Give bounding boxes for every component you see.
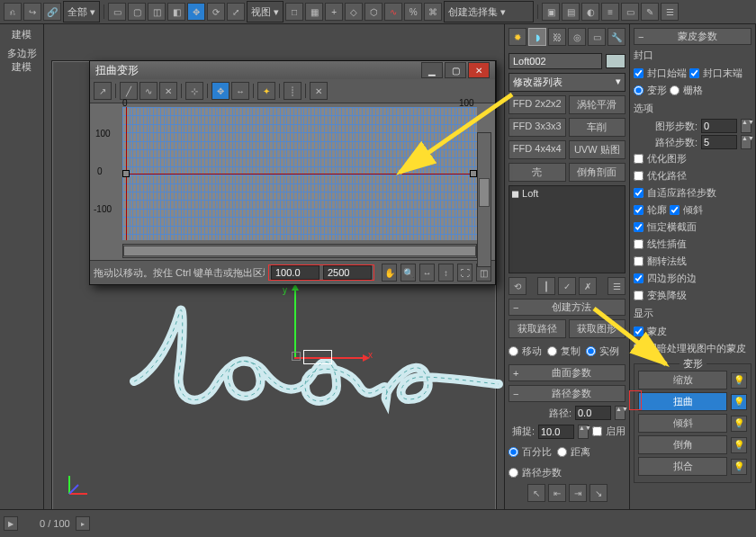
spinner-btns[interactable]: ▲▼ [578, 425, 589, 439]
tool-btn[interactable]: ✎ [641, 3, 659, 21]
opt-chk[interactable]: 线性插值 [634, 237, 752, 252]
skin-vp-chk[interactable]: 明暗处理视图中的蒙皮 [634, 341, 752, 356]
stack-btn[interactable]: ✓ [558, 277, 576, 295]
filter-dropdown[interactable]: 全部 ▾ [63, 1, 100, 22]
stack-btn[interactable]: ✗ [579, 277, 597, 295]
zoom-tool[interactable]: ✋ [382, 264, 397, 282]
teeter-deform-btn[interactable]: 倾斜 [638, 414, 727, 433]
path-tool[interactable]: ⇤ [548, 484, 566, 502]
teeter-bulb[interactable]: 💡 [731, 416, 747, 432]
close-button[interactable]: ✕ [468, 62, 490, 78]
tool-btn[interactable]: ⌘ [424, 3, 442, 21]
zoom-tool[interactable]: 🔍 [400, 264, 416, 282]
opt-chk[interactable]: 翻转法线 [634, 254, 752, 269]
skin-chk[interactable]: 蒙皮 [634, 324, 752, 339]
stack-btn[interactable]: ⟲ [508, 277, 526, 295]
mod-btn[interactable]: 倒角剖面 [569, 163, 626, 182]
graph-vscroll[interactable] [477, 132, 491, 267]
curve-tool[interactable]: ╱ [120, 82, 138, 100]
shape-steps-spinner[interactable]: 0 [701, 119, 737, 133]
object-color-swatch[interactable] [606, 54, 626, 68]
fit-deform-btn[interactable]: 拟合 [638, 457, 727, 476]
stack-btn[interactable]: ┃ [537, 277, 555, 295]
hierarchy-tab[interactable]: ⛓ [548, 28, 566, 46]
enable-chk[interactable]: 启用 [592, 424, 626, 439]
modifier-list-dropdown[interactable]: 修改器列表▾ [508, 73, 626, 92]
morph-radio[interactable]: 变形 [634, 83, 667, 98]
path-steps-spinner[interactable]: 5 [701, 135, 737, 149]
section-create[interactable]: −创建方法 [508, 299, 626, 316]
create-tab[interactable]: ✹ [508, 28, 526, 46]
mod-btn[interactable]: 车削 [569, 118, 626, 137]
opt-chk[interactable]: 轮廓 [634, 202, 667, 218]
tool-btn[interactable]: ◐ [581, 3, 599, 21]
section-surface[interactable]: +曲面参数 [508, 364, 626, 381]
zoom-tool[interactable]: ↕ [438, 264, 454, 282]
spinner-btns[interactable]: ▲▼ [741, 135, 752, 149]
mod-btn[interactable]: UVW 贴图 [569, 140, 626, 159]
modify-tab[interactable]: ◗ [528, 28, 546, 46]
maximize-button[interactable]: ▢ [445, 62, 466, 78]
radio-copy[interactable]: 复制 [547, 344, 580, 359]
gizmo-origin[interactable] [292, 352, 301, 361]
spinner-btns[interactable]: ▲▼ [615, 406, 626, 420]
opt-chk[interactable]: 变换降级 [634, 288, 752, 303]
twist-deform-btn[interactable]: 扭曲 [638, 392, 727, 411]
spinner-btns[interactable]: ▲▼ [741, 119, 752, 133]
object-name-field[interactable]: Loft002 [508, 53, 602, 69]
scale-tool[interactable]: ⤢ [227, 3, 245, 21]
value-field-2[interactable]: 2500 [323, 265, 372, 280]
scale-deform-btn[interactable]: 缩放 [638, 371, 727, 389]
path-spinner[interactable]: 0.0 [575, 406, 611, 420]
radio-distance[interactable]: 距离 [557, 444, 590, 460]
curve-tool[interactable]: ┊ [284, 82, 302, 100]
opt-chk[interactable]: 自适应路径步数 [634, 185, 752, 201]
path-tool[interactable]: ⇥ [569, 484, 587, 502]
curve-tool[interactable]: ✕ [159, 82, 177, 100]
tool-btn[interactable]: ▦ [305, 3, 323, 21]
curve-point-end[interactable] [470, 170, 477, 177]
mod-btn[interactable]: 涡轮平滑 [569, 95, 626, 114]
bevel-deform-btn[interactable]: 倒角 [638, 435, 727, 454]
tool-btn[interactable]: ≡ [601, 3, 619, 21]
tool-btn[interactable]: ◫ [148, 3, 166, 21]
section-skin[interactable]: −蒙皮参数 [634, 28, 752, 45]
rotate-tool[interactable]: ⟳ [207, 3, 225, 21]
tool-btn[interactable]: ◧ [167, 3, 185, 21]
opt-chk[interactable]: 倾斜 [670, 202, 703, 218]
tool-btn[interactable]: ⬡ [364, 3, 382, 21]
zoom-tool[interactable]: ↔ [419, 264, 435, 282]
path-tool[interactable]: ↘ [590, 484, 608, 502]
curve-tool[interactable]: ⊹ [185, 82, 203, 100]
delete-point-tool[interactable]: ✕ [310, 82, 328, 100]
mod-btn[interactable]: 壳 [508, 163, 566, 182]
path-tool[interactable]: ↖ [527, 484, 545, 502]
opt-chk[interactable]: 优化图形 [634, 151, 752, 166]
tool-btn[interactable]: ↪ [23, 3, 41, 21]
tool-btn[interactable]: + [325, 3, 343, 21]
selset-dropdown[interactable]: 创建选择集 ▾ [444, 1, 534, 22]
tool-btn[interactable]: ▤ [562, 3, 580, 21]
tool-btn[interactable]: □ [285, 3, 303, 21]
section-path[interactable]: −路径参数 [508, 385, 626, 402]
motion-tab[interactable]: ◎ [568, 28, 586, 46]
radio-instance[interactable]: 实例 [586, 344, 619, 359]
tool-btn[interactable]: % [404, 3, 422, 21]
move-point-tool[interactable]: ✥ [212, 82, 230, 100]
view-dropdown[interactable]: 视图 ▾ [247, 1, 284, 22]
bevel-bulb[interactable]: 💡 [731, 437, 747, 453]
snap-btn[interactable]: ∿ [384, 3, 402, 21]
tool-btn[interactable]: ▭ [108, 3, 126, 21]
tool-btn[interactable]: 🔗 [43, 3, 61, 21]
stack-btn[interactable]: ☰ [608, 277, 626, 295]
opt-chk[interactable]: 四边形的边 [634, 271, 752, 286]
modifier-stack[interactable]: ◼ Loft [508, 185, 626, 273]
mod-btn[interactable]: FFD 2x2x2 [508, 95, 566, 114]
tool-btn[interactable]: ☰ [661, 3, 679, 21]
twist-bulb[interactable]: 💡 [731, 394, 747, 410]
cap-end-chk[interactable]: 封口末端 [689, 66, 742, 81]
radio-pathsteps[interactable]: 路径步数 [508, 465, 562, 480]
gizmo-y-axis[interactable] [294, 287, 296, 359]
opt-chk[interactable]: 优化路径 [634, 168, 752, 183]
opt-chk[interactable]: 恒定横截面 [634, 219, 752, 235]
